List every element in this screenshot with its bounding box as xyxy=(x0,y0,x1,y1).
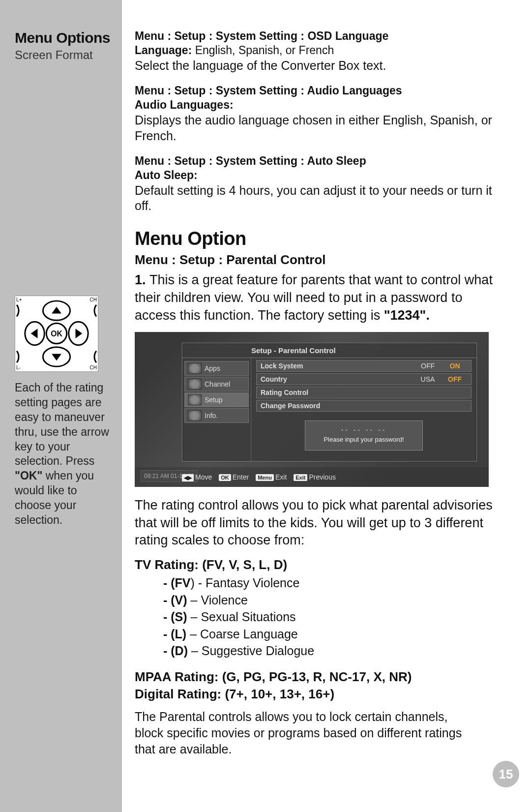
osd-row-rating: Rating Control xyxy=(256,387,472,398)
sidebar-instruction: Each of the rating setting pages are eas… xyxy=(15,381,112,528)
label-line: Language: English, Spanish, or French xyxy=(135,44,502,57)
rating-intro: The rating control allows you to pick wh… xyxy=(135,497,502,549)
pw-msg: Please input your password! xyxy=(309,436,418,443)
hint-prev: ExitPrevious xyxy=(294,473,336,481)
hint-move: ◀▶Move xyxy=(182,473,212,481)
note-bold: "OK" xyxy=(15,469,42,482)
sidebar: Menu Options Screen Format L+ CH L- CH O… xyxy=(0,0,122,812)
setting-block-osd: Menu : Setup : System Setting : OSD Lang… xyxy=(135,30,502,73)
menu-option-heading: Menu Option xyxy=(135,228,502,249)
body-text: Default setting is 4 hours, you can adju… xyxy=(135,183,502,214)
remote-label-br: CH xyxy=(90,365,97,370)
closing-paragraph: The Parental controls allows you to lock… xyxy=(135,709,469,757)
tv-item-l: - (L) – Coarse Language xyxy=(163,626,502,643)
body-text: Displays the audio language chosen in ei… xyxy=(135,113,502,144)
digital-rating-head: Digital Rating: (7+, 10+, 13+, 16+) xyxy=(135,687,502,702)
label-line: Audio Languages: xyxy=(135,98,502,112)
tv-item-v: - (V) – Violence xyxy=(163,592,502,609)
parental-intro: 1. This is a great feature for parents t… xyxy=(135,271,502,324)
label-line: Auto Sleep: xyxy=(135,169,502,182)
breadcrumb: Menu : Setup : System Setting : Audio La… xyxy=(135,84,502,97)
tv-item-s: - (S) – Sexual Situations xyxy=(163,608,502,626)
info-icon xyxy=(188,410,202,421)
setup-icon xyxy=(188,394,202,405)
tv-rating-list: - (FV) - Fantasy Violence - (V) – Violen… xyxy=(135,574,502,660)
osd-password-prompt: -- -- -- -- Please input your password! xyxy=(305,421,423,451)
osd-right-panel: Lock SystemOFF ON CountryUSAOFF Rating C… xyxy=(251,358,476,461)
osd-menu-info: Info. xyxy=(184,408,249,423)
pw-dots: -- -- -- -- xyxy=(309,426,418,434)
osd-menu-channel: Channel xyxy=(184,377,249,391)
osd-row-changepw: Change Password xyxy=(256,400,472,412)
ok-label: OK xyxy=(51,330,62,338)
breadcrumb: Menu : Setup : System Setting : Auto Sle… xyxy=(135,154,502,168)
osd-menu-setup: Setup xyxy=(184,392,249,407)
hint-enter: OKEnter xyxy=(219,473,249,481)
dpad-icon: OK xyxy=(15,296,98,371)
remote-label-tr: CH xyxy=(90,297,97,302)
osd-row-lock: Lock SystemOFF ON xyxy=(256,360,472,372)
sidebar-subtitle: Screen Format xyxy=(15,48,112,62)
breadcrumb: Menu : Setup : Parental Control xyxy=(135,252,502,268)
osd-screenshot: Setup - Parental Control Apps Channel Se… xyxy=(135,332,489,487)
setting-block-audio: Menu : Setup : System Setting : Audio La… xyxy=(135,84,502,144)
mpaa-rating-head: MPAA Rating: (G, PG, PG-13, R, NC-17, X,… xyxy=(135,669,502,685)
osd-window: Setup - Parental Control Apps Channel Se… xyxy=(182,343,477,461)
tv-item-fv: - (FV) - Fantasy Violence xyxy=(163,574,502,592)
main-content: Menu : Setup : System Setting : OSD Lang… xyxy=(122,0,531,812)
breadcrumb: Menu : Setup : System Setting : OSD Lang… xyxy=(135,30,502,43)
osd-row-country: CountryUSAOFF xyxy=(256,373,472,385)
page-number: 15 xyxy=(493,761,519,787)
note-pre: Each of the rating setting pages are eas… xyxy=(15,381,109,467)
osd-hint-bar: ◀▶Move OKEnter MenuExit ExitPrevious xyxy=(135,467,489,487)
remote-label-tl: L+ xyxy=(16,297,22,302)
osd-menu: Apps Channel Setup Info. xyxy=(182,358,251,461)
osd-menu-apps: Apps xyxy=(184,361,249,376)
sidebar-title: Menu Options xyxy=(15,30,112,46)
remote-label-bl: L- xyxy=(16,365,21,370)
hint-exit: MenuExit xyxy=(256,473,287,481)
channel-icon xyxy=(188,379,202,390)
setting-block-sleep: Menu : Setup : System Setting : Auto Sle… xyxy=(135,154,502,214)
tv-rating-head: TV Rating: (FV, V, S, L, D) xyxy=(135,557,502,572)
body-text: Select the language of the Converter Box… xyxy=(135,58,502,73)
remote-dpad-diagram: L+ CH L- CH OK xyxy=(15,296,98,372)
tv-item-d: - (D) – Suggestive Dialogue xyxy=(163,642,502,660)
globe-icon xyxy=(188,363,202,374)
osd-title: Setup - Parental Control xyxy=(182,343,476,358)
osd-body: Apps Channel Setup Info. Lock SystemOFF … xyxy=(182,358,476,461)
